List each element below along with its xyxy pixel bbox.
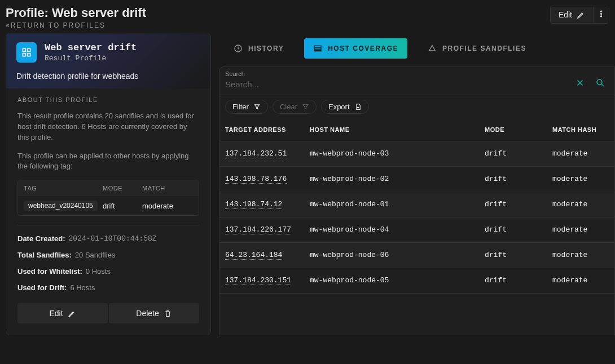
whitelist-label: Used for Whitelist: [17, 267, 82, 276]
mode-cell: drift [479, 217, 547, 243]
col-host[interactable]: HOST NAME [304, 118, 479, 141]
search-label: Search [225, 69, 570, 77]
col-match[interactable]: MATCH HASH [547, 118, 614, 141]
search-icon[interactable] [595, 78, 605, 88]
filter-icon [253, 103, 261, 110]
tab-profile-sandflies-label: PROFILE SANDFLIES [442, 45, 526, 52]
match-cell: moderate [547, 217, 614, 243]
history-icon [234, 44, 243, 53]
profile-card: Web server drift Result Profile Drift de… [6, 33, 211, 335]
tab-host-coverage-label: HOST COVERAGE [328, 45, 398, 52]
profile-description: Drift detection profile for webheads [16, 72, 200, 81]
clear-filter-button[interactable]: Clear [273, 100, 317, 114]
tag-table: TAG MODE MATCH webhead_v20240105 drift m… [17, 180, 199, 216]
host-name-cell: mw-webprod-node-03 [304, 141, 479, 167]
coverage-icon [313, 44, 322, 53]
return-label: RETURN TO PROFILES [11, 21, 106, 29]
profile-type-icon [16, 42, 37, 63]
profile-name: Web server drift [45, 42, 137, 53]
target-address-link[interactable]: 137.184.232.51 [225, 149, 287, 158]
whitelist-value: 0 Hosts [86, 267, 111, 276]
date-created-label: Date Created: [17, 234, 65, 243]
about-text-2: This profile can be applied to other hos… [17, 151, 199, 172]
search-input[interactable] [225, 77, 570, 92]
page-title: Profile: Web server drift [6, 6, 146, 20]
target-address-link[interactable]: 143.198.74.12 [225, 200, 282, 209]
host-table: TARGET ADDRESS HOST NAME MODE MATCH HASH… [219, 118, 614, 294]
more-menu-button[interactable] [594, 6, 609, 23]
svg-point-11 [597, 79, 602, 85]
mode-cell: drift [479, 141, 547, 167]
host-name-cell: mw-webprod-node-02 [304, 167, 479, 192]
pencil-icon [68, 309, 76, 318]
tab-history[interactable]: HISTORY [225, 38, 293, 59]
clear-search-icon[interactable] [575, 78, 585, 88]
date-created-value: 2024-01-10T00:44:58Z [69, 234, 157, 243]
match-cell: moderate [547, 192, 614, 217]
pencil-icon [577, 11, 585, 19]
tag-table-header-mode: MODE [103, 185, 142, 192]
about-heading: ABOUT THIS PROFILE [17, 96, 199, 103]
target-address-link[interactable]: 137.184.230.151 [225, 276, 291, 285]
edit-button-label: Edit [49, 309, 63, 318]
col-target[interactable]: TARGET ADDRESS [219, 118, 304, 141]
total-sandflies-value: 20 Sandflies [75, 251, 116, 259]
sandflies-icon [428, 44, 437, 53]
host-name-cell: mw-webprod-node-01 [304, 192, 479, 217]
export-button[interactable]: Export [321, 100, 369, 114]
filter-off-icon [302, 103, 309, 110]
profile-subtitle: Result Profile [45, 54, 137, 63]
edit-button-top-label: Edit [559, 10, 572, 19]
host-name-cell: mw-webprod-node-04 [304, 217, 479, 243]
svg-rect-9 [314, 48, 321, 50]
match-cell: moderate [547, 141, 614, 167]
mode-cell: drift [479, 243, 547, 268]
match-cell: moderate [547, 243, 614, 268]
host-name-cell: mw-webprod-node-05 [304, 268, 479, 294]
clear-filter-label: Clear [280, 103, 297, 111]
return-link[interactable]: «RETURN TO PROFILES [6, 21, 146, 29]
filter-button-label: Filter [232, 103, 249, 111]
tab-host-coverage[interactable]: HOST COVERAGE [304, 38, 407, 59]
svg-rect-4 [28, 48, 30, 51]
filter-button[interactable]: Filter [225, 100, 268, 114]
mode-cell: drift [479, 167, 547, 192]
edit-button[interactable]: Edit [17, 303, 108, 323]
match-cell: moderate [547, 167, 614, 192]
delete-button[interactable]: Delete [109, 303, 199, 323]
mode-cell: drift [479, 268, 547, 294]
host-name-cell: mw-webprod-node-06 [304, 243, 479, 268]
delete-button-label: Delete [136, 309, 159, 318]
svg-point-2 [601, 16, 602, 17]
drift-label: Used for Drift: [17, 283, 67, 292]
tag-chip[interactable]: webhead_v20240105 [24, 201, 98, 211]
about-text-1: This result profile contains 20 sandflie… [17, 111, 199, 143]
drift-value: 6 Hosts [70, 283, 95, 292]
mode-cell: drift [479, 192, 547, 217]
tab-history-label: HISTORY [248, 45, 284, 52]
svg-rect-3 [23, 48, 25, 51]
svg-rect-6 [28, 54, 30, 56]
svg-point-0 [601, 11, 602, 12]
svg-point-1 [601, 14, 602, 15]
tag-mode-value: drift [103, 202, 142, 210]
svg-rect-8 [314, 46, 321, 47]
export-button-label: Export [328, 103, 350, 111]
divider [17, 225, 199, 225]
target-address-link[interactable]: 137.184.226.177 [225, 225, 291, 234]
match-cell: moderate [547, 268, 614, 294]
trash-icon [164, 309, 172, 318]
tab-profile-sandflies[interactable]: PROFILE SANDFLIES [419, 38, 535, 59]
more-vertical-icon [597, 10, 605, 18]
chevron-left-icon: « [6, 21, 10, 29]
svg-rect-5 [23, 54, 25, 56]
total-sandflies-label: Total Sandflies: [17, 251, 72, 259]
col-mode[interactable]: MODE [479, 118, 547, 141]
tag-table-header-match: MATCH [142, 185, 193, 192]
target-address-link[interactable]: 64.23.164.184 [225, 251, 282, 260]
target-address-link[interactable]: 143.198.78.176 [225, 175, 287, 184]
tag-table-header-tag: TAG [24, 185, 103, 192]
edit-button-top[interactable]: Edit [551, 7, 594, 23]
file-export-icon [354, 103, 362, 110]
tag-match-value: moderate [142, 202, 193, 210]
